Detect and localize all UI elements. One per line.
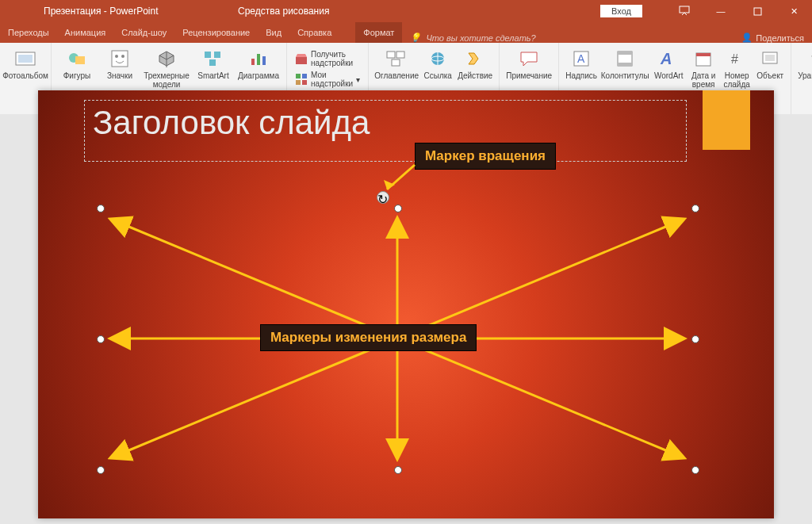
wordart-button[interactable]: AWordArt	[651, 48, 686, 80]
svg-rect-6	[112, 51, 128, 67]
chart-button[interactable]: Диаграмма	[236, 48, 282, 80]
equation-button[interactable]: πУравнение	[796, 48, 812, 80]
object-button[interactable]: Объект	[754, 48, 786, 80]
svg-rect-1	[754, 8, 761, 15]
3dmodels-icon	[155, 48, 178, 70]
svg-rect-29	[618, 63, 632, 66]
share-label: Поделиться	[756, 33, 804, 43]
maximize-button[interactable]	[739, 0, 776, 22]
slidenum-button[interactable]: #Номер слайда	[721, 48, 753, 89]
tab-slideshow[interactable]: Слайд-шоу	[113, 22, 174, 43]
3dmodels-button[interactable]: Трехмерные модели	[142, 48, 191, 89]
tell-me-placeholder: Что вы хотите сделать?	[426, 33, 535, 43]
share-icon: 👤	[741, 33, 753, 43]
textbox-button[interactable]: AНадпись	[564, 48, 599, 80]
minimize-button[interactable]: —	[703, 0, 739, 22]
my-addins-button[interactable]: Мои надстройки ▾	[292, 70, 363, 89]
tab-help[interactable]: Справка	[289, 22, 339, 43]
my-addins-label: Мои надстройки	[311, 71, 353, 88]
svg-line-41	[112, 220, 397, 338]
smartart-button[interactable]: SmartArt	[193, 48, 234, 80]
headerfooter-label: Колонтитулы	[601, 71, 649, 80]
equation-icon: π	[806, 48, 812, 70]
resize-handle-nw[interactable]	[97, 205, 105, 212]
document-title: Презентация - PowerPoint	[0, 6, 159, 17]
svg-rect-16	[296, 74, 301, 78]
get-addins-label: Получить надстройки	[311, 50, 360, 67]
svg-rect-20	[387, 52, 395, 58]
rotation-handle[interactable]: ↻	[377, 191, 389, 204]
svg-rect-18	[296, 80, 301, 85]
datetime-button[interactable]: Дата и время	[688, 48, 719, 89]
link-button[interactable]: Ссылка	[421, 48, 454, 80]
svg-rect-12	[251, 59, 255, 65]
resize-markers-label: Маркеры изменения размера	[260, 324, 477, 351]
share-button[interactable]: 👤 Поделиться	[733, 33, 812, 43]
svg-line-48	[397, 338, 683, 457]
resize-handle-sw[interactable]	[97, 466, 105, 474]
photoalbum-button[interactable]: Фотоальбом	[5, 48, 46, 80]
headerfooter-button[interactable]: Колонтитулы	[600, 48, 649, 80]
login-button[interactable]: Вход	[600, 5, 642, 17]
svg-rect-35	[765, 55, 775, 61]
number-icon: #	[726, 48, 748, 70]
object-icon	[759, 48, 781, 70]
3dmodels-label: Трехмерные модели	[142, 71, 191, 89]
svg-text:A: A	[660, 50, 672, 67]
tell-me-search[interactable]: 💡 Что вы хотите сделать?	[402, 33, 543, 43]
svg-rect-17	[302, 74, 307, 78]
tab-review[interactable]: Рецензирование	[174, 22, 258, 43]
shapes-icon	[66, 48, 88, 70]
resize-handle-ne[interactable]	[691, 205, 699, 212]
slide-stage: Заголовок слайда Маркер вращения ↻	[0, 114, 812, 524]
group-symbols: πУравнение ΩСимвол Символы	[791, 43, 812, 114]
contextual-tab-label: Средства рисования	[238, 6, 329, 17]
icons-button[interactable]: Значки	[99, 48, 140, 80]
tab-animation[interactable]: Анимация	[57, 22, 114, 43]
get-addins-button[interactable]: Получить надстройки	[292, 49, 363, 68]
object-label: Объект	[756, 71, 783, 80]
action-icon	[464, 48, 486, 70]
shapes-button[interactable]: Фигуры	[56, 48, 98, 80]
svg-rect-0	[680, 6, 689, 13]
slide-accent-bar	[703, 90, 750, 150]
store-icon	[295, 52, 308, 65]
lightbulb-icon: 💡	[410, 33, 421, 43]
ribbon-options-button[interactable]	[666, 0, 703, 22]
action-button[interactable]: Действие	[456, 48, 494, 80]
resize-handle-n[interactable]	[394, 205, 402, 212]
icons-icon	[109, 48, 131, 70]
textbox-label: Надпись	[565, 71, 597, 80]
chart-icon	[247, 48, 270, 70]
toc-button[interactable]: Оглавление	[373, 48, 419, 80]
svg-rect-10	[214, 52, 220, 58]
smartart-icon	[202, 48, 224, 70]
svg-text:#: #	[731, 52, 738, 66]
toc-label: Оглавление	[374, 71, 419, 80]
shapes-label: Фигуры	[63, 71, 90, 80]
link-icon	[427, 48, 449, 70]
titlebar: Презентация - PowerPoint Средства рисова…	[0, 0, 812, 22]
resize-handle-se[interactable]	[691, 466, 699, 474]
comment-button[interactable]: Примечание	[504, 48, 553, 80]
wordart-icon: A	[657, 48, 680, 70]
resize-handle-w[interactable]	[97, 335, 105, 343]
close-button[interactable]: ✕	[776, 0, 812, 22]
svg-line-46	[112, 338, 397, 457]
tab-format[interactable]: Формат	[355, 22, 402, 43]
datetime-icon	[692, 48, 714, 70]
slide-title-placeholder[interactable]: Заголовок слайда	[84, 100, 687, 162]
zoom-icon	[385, 48, 408, 70]
svg-text:A: A	[577, 52, 585, 65]
tab-transitions[interactable]: Переходы	[0, 22, 57, 43]
svg-rect-3	[18, 55, 33, 63]
photoalbum-label: Фотоальбом	[2, 71, 48, 80]
resize-handle-e[interactable]	[691, 335, 699, 343]
icons-label: Значки	[107, 71, 132, 80]
slide[interactable]: Заголовок слайда Маркер вращения ↻	[38, 90, 774, 518]
svg-rect-28	[618, 52, 632, 55]
tab-view[interactable]: Вид	[258, 22, 289, 43]
svg-rect-11	[209, 59, 216, 66]
svg-rect-14	[262, 56, 266, 65]
resize-handle-s[interactable]	[394, 466, 402, 474]
